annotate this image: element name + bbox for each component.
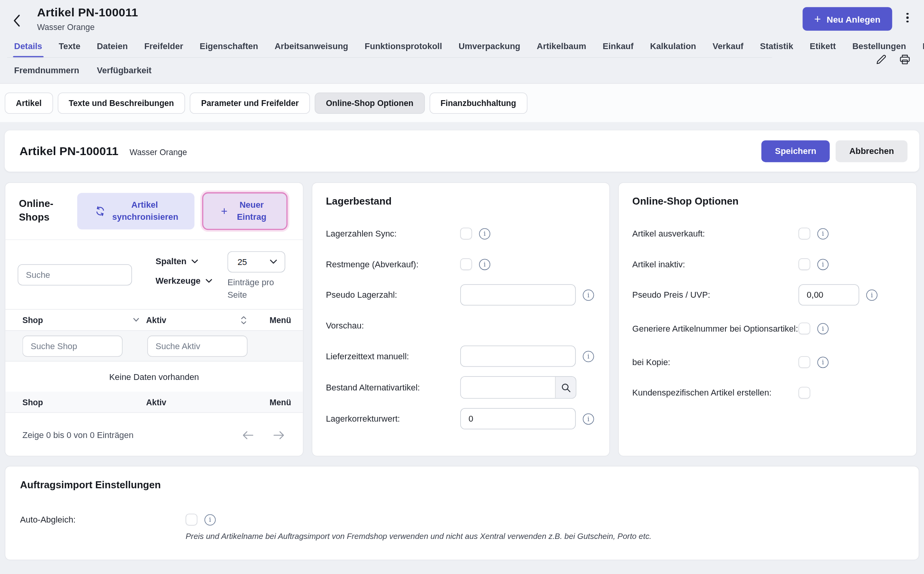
pagination-prev-button[interactable] — [241, 430, 254, 440]
sort-updown-icon[interactable] — [241, 316, 246, 324]
info-icon[interactable] — [817, 323, 829, 334]
info-icon[interactable] — [583, 413, 594, 424]
info-icon[interactable] — [866, 289, 878, 300]
tab-etikett[interactable]: Etikett — [810, 41, 836, 51]
column-header-shop: Shop — [23, 397, 43, 406]
tab-funktionsprotokoll[interactable]: Funktionsprotokoll — [365, 41, 442, 51]
pseudo-lagerzahl-label: Pseudo Lagerzahl: — [326, 289, 460, 301]
restmenge-checkbox[interactable] — [460, 258, 472, 270]
pseudo-lagerzahl-input[interactable] — [460, 284, 576, 305]
bei-kopie-checkbox[interactable] — [799, 356, 810, 368]
plus-icon: + — [814, 13, 821, 25]
bestand-alternativartikel-label: Bestand Alternativartikel: — [326, 381, 460, 394]
columns-dropdown[interactable]: Spalten — [156, 255, 199, 267]
kundenspezifisch-checkbox[interactable] — [799, 387, 810, 399]
filter-aktiv-input[interactable] — [147, 335, 247, 356]
cancel-button[interactable]: Abbrechen — [836, 140, 907, 162]
tab-belege[interactable]: Belege — [922, 41, 924, 51]
column-header-aktiv[interactable]: Aktiv — [146, 315, 166, 325]
lagerbestand-title: Lagerbestand — [326, 196, 595, 207]
tab-eigenschaften[interactable]: Eigenschaften — [200, 41, 258, 51]
auto-abgleich-checkbox[interactable] — [186, 514, 197, 525]
info-icon[interactable] — [479, 228, 490, 239]
tab-verkauf[interactable]: Verkauf — [713, 41, 743, 51]
tab-texte[interactable]: Texte — [59, 41, 81, 51]
tab-artikelbaum[interactable]: Artikelbaum — [537, 41, 586, 51]
new-create-label: Neu Anlegen — [827, 14, 880, 24]
tab-verfuegbarkeit[interactable]: Verfügbarkeit — [97, 65, 151, 75]
table-search-input[interactable] — [18, 264, 132, 285]
auftragsimport-panel: Auftragsimport Einstellungen Auto-Abglei… — [5, 466, 919, 560]
save-button[interactable]: Speichern — [762, 140, 830, 162]
tab-bestellungen[interactable]: Bestellungen — [852, 41, 906, 51]
page-title: Artikel PN-100011 — [37, 6, 138, 19]
tab-kalkulation[interactable]: Kalkulation — [650, 41, 696, 51]
lagerzahlen-sync-label: Lagerzahlen Sync: — [326, 228, 460, 240]
info-icon[interactable] — [204, 514, 216, 525]
tools-dropdown[interactable]: Werkzeuge — [156, 275, 213, 286]
pill-finanzbuchhaltung[interactable]: Finanzbuchhaltung — [429, 93, 528, 114]
artikel-ausverkauft-checkbox[interactable] — [799, 228, 810, 239]
sync-articles-button[interactable]: Artikel synchronisieren — [77, 193, 194, 230]
back-chevron-icon — [13, 14, 21, 27]
lieferzeittext-input[interactable] — [460, 346, 576, 367]
tab-dateien[interactable]: Dateien — [97, 41, 128, 51]
sync-articles-label: Artikel synchronisieren — [112, 199, 177, 224]
print-button[interactable] — [898, 53, 912, 67]
bestand-alternativartikel-input[interactable] — [461, 377, 555, 398]
pill-artikel[interactable]: Artikel — [5, 93, 53, 114]
page-size-value: 25 — [238, 257, 247, 267]
online-shops-title: Online-Shops — [19, 198, 69, 224]
pill-texte-und-beschreibungen[interactable]: Texte und Beschreibungen — [58, 93, 185, 114]
filter-shop-input[interactable] — [23, 335, 123, 356]
online-shops-panel: Online-Shops Artikel synchronisieren + N… — [5, 182, 303, 457]
column-header-menu: Menü — [262, 315, 291, 325]
tab-details[interactable]: Details — [14, 41, 42, 51]
pseudo-preis-input[interactable] — [799, 284, 859, 305]
form-title: Artikel PN-100011 — [19, 144, 118, 158]
pencil-icon — [875, 54, 887, 65]
artikel-inaktiv-checkbox[interactable] — [799, 258, 810, 270]
new-entry-button[interactable]: + Neuer Eintrag — [202, 192, 287, 230]
plus-icon: + — [221, 205, 227, 217]
form-header-card: Artikel PN-100011 Wasser Orange Speicher… — [5, 130, 919, 171]
auto-abgleich-note: Preis und Artikelname bei Auftragsimport… — [186, 532, 904, 541]
info-icon[interactable] — [479, 259, 490, 270]
kundenspezifisch-label: Kundenspezifischen Artikel erstellen: — [632, 387, 799, 399]
new-entry-label: Neuer Eintrag — [234, 199, 269, 224]
pagination-next-button[interactable] — [272, 430, 285, 440]
table-filter-row — [5, 331, 303, 362]
lieferzeittext-label: Lieferzeittext manuell: — [326, 350, 460, 362]
info-icon[interactable] — [583, 289, 594, 300]
column-header-shop[interactable]: Shop — [23, 315, 43, 325]
tab-fremdnummern[interactable]: Fremdnummern — [14, 65, 79, 75]
tab-freifelder[interactable]: Freifelder — [144, 41, 183, 51]
info-icon[interactable] — [817, 357, 829, 368]
sort-down-icon[interactable] — [133, 318, 139, 322]
generiere-artikelnummer-checkbox[interactable] — [799, 323, 810, 334]
edit-button[interactable] — [874, 53, 888, 67]
new-create-button[interactable]: + Neu Anlegen — [803, 7, 892, 31]
chevron-down-icon — [206, 279, 213, 283]
pill-parameter-und-freifelder[interactable]: Parameter und Freifelder — [190, 93, 310, 114]
info-icon[interactable] — [817, 228, 829, 239]
lagerkorrekturwert-input[interactable] — [460, 408, 576, 429]
tab-statistik[interactable]: Statistik — [760, 41, 793, 51]
vorschau-label: Vorschau: — [326, 320, 460, 332]
printer-icon — [899, 54, 911, 65]
restmenge-label: Restmenge (Abverkauf): — [326, 258, 460, 270]
info-icon[interactable] — [583, 351, 594, 362]
arrow-right-icon — [273, 431, 284, 439]
page-size-select[interactable]: 25 — [227, 251, 285, 272]
lagerzahlen-sync-checkbox[interactable] — [460, 228, 472, 239]
article-search-button[interactable] — [555, 377, 576, 398]
info-icon[interactable] — [817, 259, 829, 270]
tab-bar: Details Texte Dateien Freifelder Eigensc… — [7, 41, 915, 51]
back-button[interactable] — [13, 14, 21, 27]
columns-dropdown-label: Spalten — [156, 256, 187, 266]
tab-umverpackung[interactable]: Umverpackung — [459, 41, 521, 51]
tab-einkauf[interactable]: Einkauf — [603, 41, 634, 51]
kebab-menu-button[interactable] — [900, 6, 914, 30]
tab-arbeitsanweisung[interactable]: Arbeitsanweisung — [275, 41, 348, 51]
pill-online-shop-optionen[interactable]: Online-Shop Optionen — [315, 93, 424, 114]
